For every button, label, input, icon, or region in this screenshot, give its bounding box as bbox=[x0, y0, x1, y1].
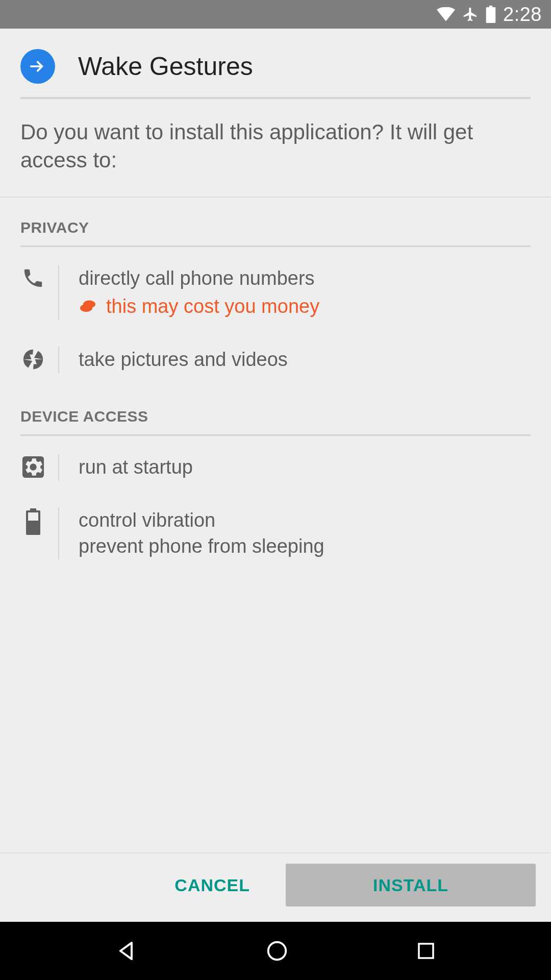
nav-home-icon[interactable] bbox=[265, 939, 289, 963]
battery-half-icon bbox=[24, 508, 42, 537]
permission-startup-label: run at startup bbox=[79, 454, 531, 480]
airplane-icon bbox=[462, 6, 479, 23]
intro-text: Do you want to install this application?… bbox=[0, 99, 551, 197]
permission-item-battery: control vibration prevent phone from sle… bbox=[20, 494, 531, 573]
navigation-bar bbox=[0, 922, 551, 980]
permission-wakelock-label: prevent phone from sleeping bbox=[79, 533, 531, 559]
wifi-icon bbox=[437, 7, 455, 21]
svg-point-1 bbox=[83, 301, 95, 308]
gear-icon bbox=[21, 455, 45, 481]
install-dialog: Wake Gestures Do you want to install thi… bbox=[0, 29, 551, 922]
permission-camera-label: take pictures and videos bbox=[79, 347, 531, 373]
app-title: Wake Gestures bbox=[78, 52, 253, 81]
battery-icon bbox=[486, 6, 496, 23]
permission-item-camera: take pictures and videos bbox=[20, 333, 531, 386]
cost-warning: this may cost you money bbox=[79, 293, 531, 320]
dialog-footer: CANCEL INSTALL bbox=[0, 852, 551, 922]
status-bar: 2:28 bbox=[0, 0, 551, 29]
permission-item-startup: run at startup bbox=[20, 441, 531, 494]
dialog-header: Wake Gestures bbox=[0, 29, 551, 99]
coins-icon bbox=[79, 293, 97, 320]
permission-vibration-label: control vibration bbox=[79, 507, 531, 533]
svg-rect-5 bbox=[419, 944, 433, 958]
app-icon bbox=[20, 49, 55, 84]
section-divider bbox=[20, 434, 531, 436]
permission-call-label: directly call phone numbers bbox=[79, 265, 531, 291]
cost-warning-text: this may cost you money bbox=[106, 293, 319, 320]
svg-point-4 bbox=[268, 942, 286, 960]
nav-recent-icon[interactable] bbox=[415, 940, 437, 962]
phone-icon bbox=[21, 266, 45, 292]
nav-back-icon[interactable] bbox=[114, 939, 139, 963]
section-divider bbox=[20, 246, 531, 247]
status-time: 2:28 bbox=[503, 4, 542, 26]
svg-rect-3 bbox=[28, 512, 38, 521]
cancel-button[interactable]: CANCEL bbox=[154, 864, 270, 906]
camera-shutter-icon bbox=[21, 348, 45, 373]
install-button[interactable]: INSTALL bbox=[286, 864, 536, 906]
section-title-privacy: PRIVACY bbox=[20, 219, 531, 236]
section-title-device-access: DEVICE ACCESS bbox=[20, 408, 531, 425]
permission-item-call: directly call phone numbers this may cos… bbox=[20, 252, 531, 333]
